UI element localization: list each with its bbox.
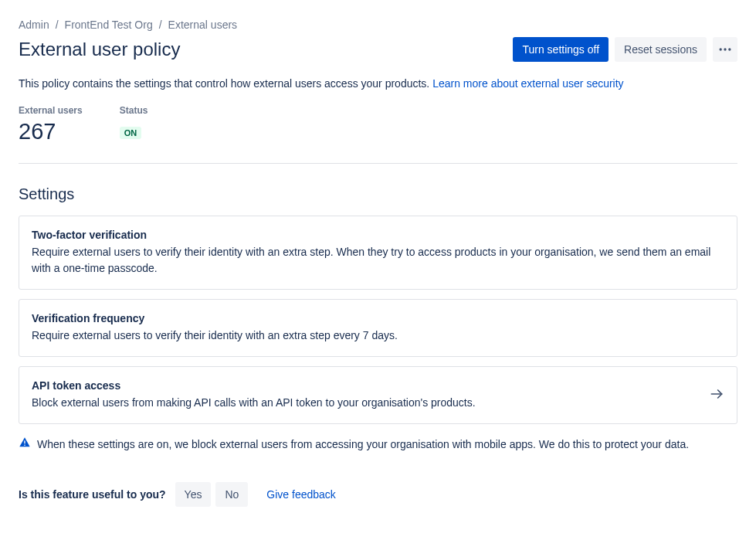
settings-card-verification-frequency[interactable]: Verification frequency Require external … xyxy=(19,299,737,357)
page-header: External user policy Turn settings off R… xyxy=(19,37,737,62)
svg-point-0 xyxy=(720,48,722,50)
settings-card-desc: Require external users to verify their i… xyxy=(32,328,724,344)
settings-section-title: Settings xyxy=(19,185,737,203)
arrow-right-icon xyxy=(709,386,724,404)
info-text: When these settings are on, we block ext… xyxy=(37,438,689,450)
page-description: This policy contains the settings that c… xyxy=(19,77,737,90)
svg-point-2 xyxy=(728,48,731,50)
feedback-no-button[interactable]: No xyxy=(215,482,248,507)
reset-sessions-button[interactable]: Reset sessions xyxy=(615,37,707,62)
breadcrumb-item-org[interactable]: FrontEnd Test Org xyxy=(65,19,153,31)
give-feedback-link[interactable]: Give feedback xyxy=(266,488,336,501)
feedback-label: Is this feature useful to you? xyxy=(19,488,166,501)
breadcrumb-item-external-users[interactable]: External users xyxy=(168,19,237,31)
settings-card-two-factor[interactable]: Two-factor verification Require external… xyxy=(19,216,737,290)
feedback-yes-button[interactable]: Yes xyxy=(175,482,212,507)
settings-card-title: API token access xyxy=(32,379,700,392)
settings-card-api-token[interactable]: API token access Block external users fr… xyxy=(19,366,737,424)
breadcrumb-separator: / xyxy=(56,19,59,31)
svg-point-1 xyxy=(724,48,726,50)
settings-card-title: Verification frequency xyxy=(32,312,724,324)
svg-rect-5 xyxy=(24,445,25,446)
settings-card-desc: Require external users to verify their i… xyxy=(32,244,724,277)
header-actions: Turn settings off Reset sessions xyxy=(513,37,737,62)
breadcrumb-item-admin[interactable]: Admin xyxy=(19,19,49,31)
settings-card-title: Two-factor verification xyxy=(32,229,724,241)
status-badge: ON xyxy=(120,127,142,139)
learn-more-link[interactable]: Learn more about external user security xyxy=(432,77,623,90)
external-users-stat: External users 267 xyxy=(19,105,83,144)
breadcrumb: Admin / FrontEnd Test Org / External use… xyxy=(19,19,737,31)
feedback-row: Is this feature useful to you? Yes No Gi… xyxy=(19,482,737,507)
stat-label: External users xyxy=(19,105,83,116)
more-actions-button[interactable] xyxy=(713,37,737,62)
warning-icon xyxy=(19,436,31,451)
settings-card-desc: Block external users from making API cal… xyxy=(32,395,700,411)
breadcrumb-separator: / xyxy=(159,19,162,31)
divider xyxy=(19,163,737,164)
external-users-count: 267 xyxy=(19,119,83,144)
svg-rect-4 xyxy=(24,440,25,443)
info-message: When these settings are on, we block ext… xyxy=(19,436,737,451)
more-horizontal-icon xyxy=(717,42,733,57)
page-title: External user policy xyxy=(19,39,180,60)
turn-settings-off-button[interactable]: Turn settings off xyxy=(513,37,609,62)
status-stat: Status ON xyxy=(120,105,148,144)
stat-label: Status xyxy=(120,105,148,116)
stats-row: External users 267 Status ON xyxy=(19,105,737,144)
